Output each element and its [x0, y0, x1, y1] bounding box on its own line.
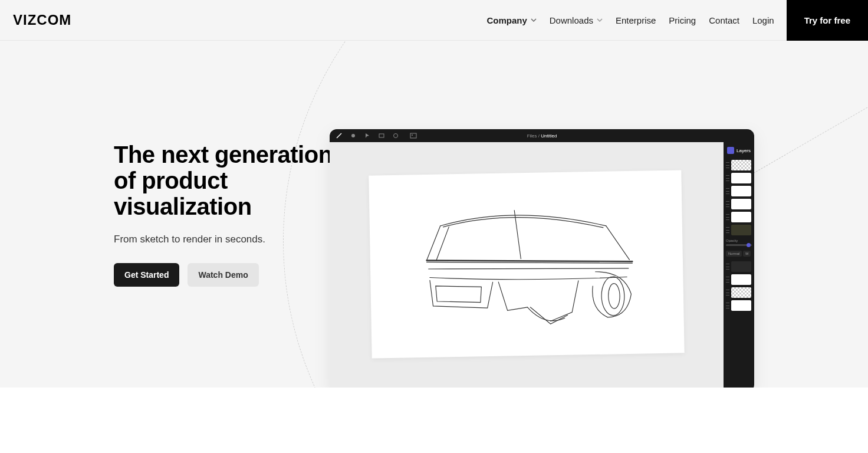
opacity-section: Opacity	[726, 239, 752, 246]
drag-handle-icon	[726, 277, 729, 283]
blend-alt-button: M	[743, 251, 751, 257]
drag-handle-icon	[726, 201, 729, 207]
app-body: Layers Opacity Normal M	[330, 142, 754, 388]
watch-demo-button[interactable]: Watch Demo	[188, 263, 258, 287]
blend-mode-button: Normal	[726, 251, 742, 257]
drag-handle-icon	[726, 214, 729, 220]
site-header: VIZCOM Company Downloads Enterprise Pric…	[0, 0, 868, 41]
drag-handle-icon	[726, 188, 729, 194]
pen-icon	[336, 132, 343, 139]
opacity-slider	[726, 244, 752, 246]
layer-thumb	[726, 274, 752, 285]
layer-thumb	[726, 199, 752, 209]
layer-preview	[731, 261, 751, 272]
chevron-down-icon	[597, 18, 603, 22]
layer-preview	[731, 287, 751, 298]
drag-handle-icon	[726, 303, 729, 308]
layer-thumb	[726, 186, 752, 196]
svg-point-6	[608, 283, 620, 308]
canvas-area	[330, 142, 724, 388]
nav-enterprise[interactable]: Enterprise	[609, 15, 662, 25]
layer-preview	[731, 274, 751, 285]
canvas	[369, 170, 684, 358]
rect-icon	[378, 132, 385, 139]
layers-title: Layers	[737, 148, 751, 153]
layer-preview	[731, 300, 751, 311]
svg-rect-1	[379, 134, 384, 137]
nav-company-label: Company	[486, 15, 527, 25]
drag-handle-icon	[726, 227, 729, 233]
drag-handle-icon	[726, 175, 729, 181]
layer-thumb	[726, 225, 752, 235]
main-nav: Company Downloads Enterprise Pricing Con…	[480, 0, 868, 41]
nav-company[interactable]: Company	[480, 15, 542, 25]
layer-thumb	[726, 212, 752, 222]
layer-preview	[731, 173, 751, 183]
get-started-button[interactable]: Get Started	[114, 263, 179, 287]
layers-panel: Layers Opacity Normal M	[724, 142, 754, 388]
cursor-icon	[364, 132, 371, 139]
nav-login[interactable]: Login	[746, 15, 781, 25]
chevron-down-icon	[531, 18, 537, 22]
layer-thumb	[726, 173, 752, 183]
drag-handle-icon	[726, 290, 729, 296]
app-toolbar: Files / Untitled	[330, 129, 754, 142]
logo[interactable]: VIZCOM	[13, 12, 71, 28]
layer-preview	[731, 199, 751, 209]
layer-thumb	[726, 261, 752, 272]
drag-handle-icon	[726, 264, 729, 270]
opacity-label: Opacity	[726, 239, 752, 242]
layer-preview	[731, 212, 751, 222]
blend-row: Normal M	[726, 251, 752, 257]
circle-icon	[392, 132, 399, 139]
hero-title: The next generation of product visualiza…	[114, 142, 338, 219]
layer-thumb	[726, 160, 752, 170]
hero-subtitle: From sketch to render in seconds.	[114, 234, 338, 245]
layer-thumb	[726, 287, 752, 298]
nav-downloads[interactable]: Downloads	[543, 15, 609, 25]
nav-contact[interactable]: Contact	[702, 15, 746, 25]
svg-rect-3	[410, 133, 416, 138]
nav-downloads-label: Downloads	[550, 15, 593, 25]
breadcrumb-current: Untitled	[541, 133, 557, 139]
nav-pricing[interactable]: Pricing	[662, 15, 702, 25]
breadcrumb-parent: Files /	[527, 133, 541, 139]
app-breadcrumb: Files / Untitled	[527, 133, 557, 139]
layer-preview	[731, 186, 751, 196]
app-mockup: Files / Untitled	[330, 129, 754, 388]
svg-point-0	[351, 134, 355, 137]
hero-section: The next generation of product visualiza…	[0, 41, 868, 388]
svg-point-2	[394, 134, 398, 138]
layer-preview	[731, 225, 751, 235]
try-free-button[interactable]: Try for free	[787, 0, 868, 41]
hero-text-block: The next generation of product visualiza…	[114, 142, 338, 287]
opacity-handle	[747, 243, 751, 247]
brush-icon	[350, 132, 357, 139]
layer-thumb	[726, 300, 752, 311]
layers-header: Layers	[726, 146, 752, 155]
image-icon	[410, 132, 417, 139]
svg-point-5	[601, 276, 624, 316]
layer-preview	[731, 160, 751, 170]
car-sketch	[388, 193, 665, 335]
hero-buttons: Get Started Watch Demo	[114, 263, 338, 287]
svg-point-4	[412, 134, 413, 136]
layers-icon	[727, 147, 734, 154]
drag-handle-icon	[726, 162, 729, 168]
